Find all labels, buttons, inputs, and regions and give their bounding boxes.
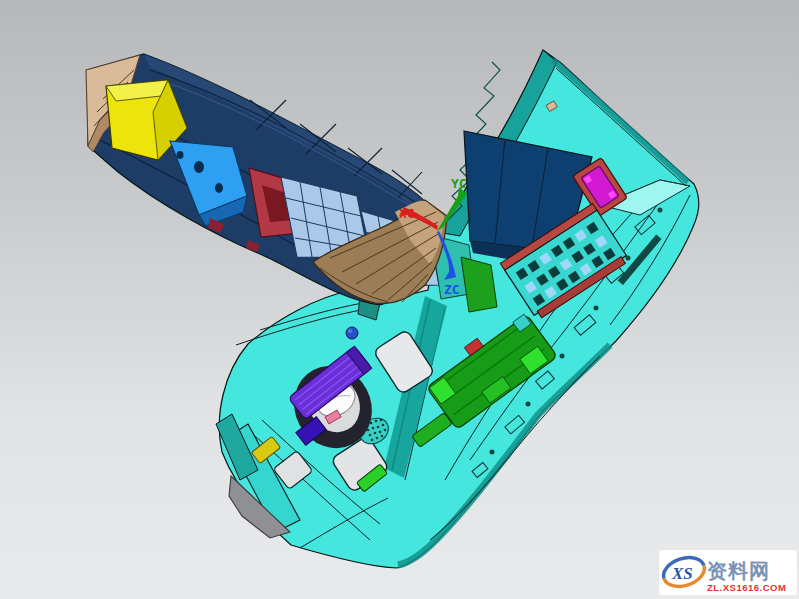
site-name: 资料网 [707, 560, 770, 582]
axis-label-xc: XC [399, 206, 415, 221]
axis-label-zc: ZC [444, 282, 460, 297]
blue-ball[interactable] [346, 327, 358, 339]
watermark: XS 资料网 ZL.XS1616.COM [659, 550, 797, 595]
cad-viewport: XC YC ZC XS 资料网 ZL.XS1616.COM [0, 0, 799, 599]
site-logo-text: XS [671, 564, 693, 583]
site-url: ZL.XS1616.COM [707, 582, 786, 593]
axis-label-yc: YC [451, 176, 467, 191]
